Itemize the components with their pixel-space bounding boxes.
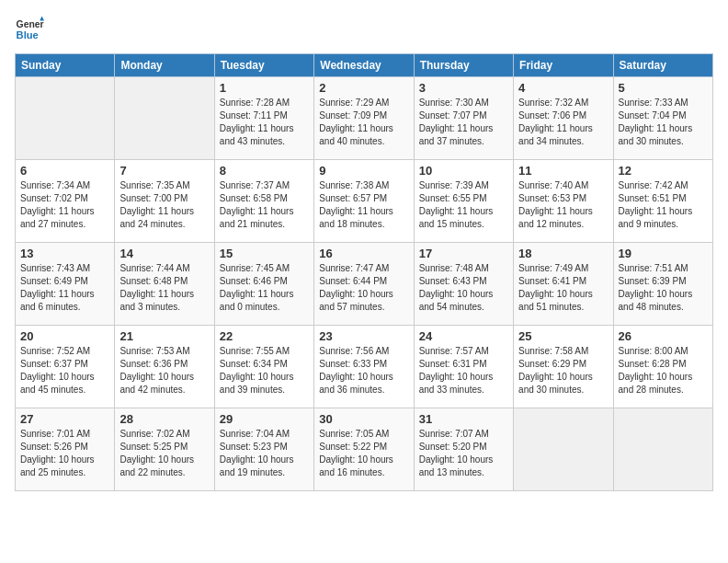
day-info: Sunrise: 7:55 AM Sunset: 6:34 PM Dayligh… [220, 345, 309, 396]
day-info: Sunrise: 7:30 AM Sunset: 7:07 PM Dayligh… [419, 97, 508, 148]
day-number: 24 [419, 329, 508, 343]
day-number: 21 [119, 329, 209, 343]
day-number: 7 [119, 164, 209, 178]
calendar-cell: 22Sunrise: 7:55 AM Sunset: 6:34 PM Dayli… [214, 326, 313, 408]
calendar-cell: 31Sunrise: 7:07 AM Sunset: 5:20 PM Dayli… [414, 408, 513, 491]
calendar-cell [514, 408, 613, 491]
calendar-cell: 6Sunrise: 7:34 AM Sunset: 7:02 PM Daylig… [16, 160, 115, 243]
calendar-cell [16, 77, 115, 160]
svg-text:General: General [17, 19, 44, 29]
day-info: Sunrise: 7:32 AM Sunset: 7:06 PM Dayligh… [518, 97, 608, 148]
calendar-cell: 10Sunrise: 7:39 AM Sunset: 6:55 PM Dayli… [414, 160, 513, 243]
day-number: 16 [319, 247, 408, 260]
day-number: 25 [518, 329, 608, 343]
calendar-cell: 29Sunrise: 7:04 AM Sunset: 5:23 PM Dayli… [214, 408, 313, 491]
day-info: Sunrise: 7:49 AM Sunset: 6:41 PM Dayligh… [518, 262, 608, 314]
weekday-header-sunday: Sunday [16, 54, 115, 77]
day-number: 6 [20, 164, 109, 178]
day-number: 2 [319, 81, 408, 95]
weekday-header-saturday: Saturday [613, 54, 712, 77]
day-number: 27 [20, 412, 109, 426]
day-number: 23 [319, 329, 408, 343]
calendar-cell: 30Sunrise: 7:05 AM Sunset: 5:22 PM Dayli… [314, 408, 414, 491]
day-info: Sunrise: 7:29 AM Sunset: 7:09 PM Dayligh… [319, 97, 408, 148]
weekday-header-friday: Friday [514, 54, 613, 77]
calendar-cell: 5Sunrise: 7:33 AM Sunset: 7:04 PM Daylig… [613, 77, 712, 160]
day-info: Sunrise: 7:40 AM Sunset: 6:53 PM Dayligh… [518, 179, 608, 231]
day-number: 12 [619, 164, 708, 178]
calendar-cell: 27Sunrise: 7:01 AM Sunset: 5:26 PM Dayli… [16, 408, 115, 491]
day-number: 18 [518, 247, 608, 260]
calendar-cell: 15Sunrise: 7:45 AM Sunset: 6:46 PM Dayli… [214, 243, 313, 326]
day-info: Sunrise: 7:52 AM Sunset: 6:37 PM Dayligh… [20, 345, 109, 396]
day-info: Sunrise: 7:44 AM Sunset: 6:48 PM Dayligh… [119, 262, 209, 314]
logo: General Blue [15, 15, 44, 44]
day-number: 26 [619, 329, 708, 343]
day-number: 4 [518, 81, 608, 95]
calendar-cell: 12Sunrise: 7:42 AM Sunset: 6:51 PM Dayli… [613, 160, 712, 243]
day-number: 29 [220, 412, 309, 426]
day-info: Sunrise: 7:58 AM Sunset: 6:29 PM Dayligh… [518, 345, 608, 396]
calendar-cell: 26Sunrise: 8:00 AM Sunset: 6:28 PM Dayli… [613, 326, 712, 408]
calendar-cell: 4Sunrise: 7:32 AM Sunset: 7:06 PM Daylig… [514, 77, 613, 160]
day-number: 1 [220, 81, 309, 95]
day-info: Sunrise: 7:39 AM Sunset: 6:55 PM Dayligh… [419, 179, 508, 231]
day-info: Sunrise: 7:47 AM Sunset: 6:44 PM Dayligh… [319, 262, 408, 314]
day-number: 17 [419, 247, 508, 260]
day-info: Sunrise: 8:00 AM Sunset: 6:28 PM Dayligh… [619, 345, 708, 396]
day-number: 10 [419, 164, 508, 178]
day-number: 5 [619, 81, 708, 95]
calendar-cell: 28Sunrise: 7:02 AM Sunset: 5:25 PM Dayli… [115, 408, 214, 491]
day-info: Sunrise: 7:04 AM Sunset: 5:23 PM Dayligh… [220, 428, 309, 479]
day-number: 28 [119, 412, 209, 426]
day-info: Sunrise: 7:35 AM Sunset: 7:00 PM Dayligh… [119, 179, 209, 231]
day-number: 22 [220, 329, 309, 343]
weekday-header-thursday: Thursday [414, 54, 513, 77]
calendar-cell [613, 408, 712, 491]
day-number: 30 [319, 412, 408, 426]
calendar-cell: 2Sunrise: 7:29 AM Sunset: 7:09 PM Daylig… [314, 77, 414, 160]
day-info: Sunrise: 7:37 AM Sunset: 6:58 PM Dayligh… [220, 179, 309, 231]
calendar-table: SundayMondayTuesdayWednesdayThursdayFrid… [15, 53, 713, 491]
calendar-cell: 23Sunrise: 7:56 AM Sunset: 6:33 PM Dayli… [314, 326, 414, 408]
day-info: Sunrise: 7:02 AM Sunset: 5:25 PM Dayligh… [119, 428, 209, 479]
calendar-cell: 14Sunrise: 7:44 AM Sunset: 6:48 PM Dayli… [115, 243, 214, 326]
day-number: 31 [419, 412, 508, 426]
day-info: Sunrise: 7:28 AM Sunset: 7:11 PM Dayligh… [220, 97, 309, 148]
logo-icon: General Blue [15, 15, 44, 44]
svg-text:Blue: Blue [17, 29, 39, 40]
calendar-cell: 9Sunrise: 7:38 AM Sunset: 6:57 PM Daylig… [314, 160, 414, 243]
day-info: Sunrise: 7:53 AM Sunset: 6:36 PM Dayligh… [119, 345, 209, 396]
calendar-cell: 13Sunrise: 7:43 AM Sunset: 6:49 PM Dayli… [16, 243, 115, 326]
calendar-cell: 7Sunrise: 7:35 AM Sunset: 7:00 PM Daylig… [115, 160, 214, 243]
day-info: Sunrise: 7:01 AM Sunset: 5:26 PM Dayligh… [20, 428, 109, 479]
day-info: Sunrise: 7:34 AM Sunset: 7:02 PM Dayligh… [20, 179, 109, 231]
day-number: 15 [220, 247, 309, 260]
weekday-header-wednesday: Wednesday [314, 54, 414, 77]
day-number: 3 [419, 81, 508, 95]
calendar-cell: 8Sunrise: 7:37 AM Sunset: 6:58 PM Daylig… [214, 160, 313, 243]
day-info: Sunrise: 7:57 AM Sunset: 6:31 PM Dayligh… [419, 345, 508, 396]
calendar-cell: 1Sunrise: 7:28 AM Sunset: 7:11 PM Daylig… [214, 77, 313, 160]
calendar-cell: 20Sunrise: 7:52 AM Sunset: 6:37 PM Dayli… [16, 326, 115, 408]
calendar-cell: 21Sunrise: 7:53 AM Sunset: 6:36 PM Dayli… [115, 326, 214, 408]
day-number: 19 [619, 247, 708, 260]
day-number: 9 [319, 164, 408, 178]
calendar-cell: 18Sunrise: 7:49 AM Sunset: 6:41 PM Dayli… [514, 243, 613, 326]
page-header: General Blue [15, 15, 713, 44]
day-info: Sunrise: 7:05 AM Sunset: 5:22 PM Dayligh… [319, 428, 408, 479]
calendar-cell: 3Sunrise: 7:30 AM Sunset: 7:07 PM Daylig… [414, 77, 513, 160]
day-info: Sunrise: 7:45 AM Sunset: 6:46 PM Dayligh… [220, 262, 309, 314]
svg-marker-2 [40, 17, 44, 21]
calendar-cell: 11Sunrise: 7:40 AM Sunset: 6:53 PM Dayli… [514, 160, 613, 243]
weekday-header-monday: Monday [115, 54, 214, 77]
calendar-cell [115, 77, 214, 160]
day-number: 11 [518, 164, 608, 178]
calendar-cell: 24Sunrise: 7:57 AM Sunset: 6:31 PM Dayli… [414, 326, 513, 408]
day-number: 14 [119, 247, 209, 260]
day-info: Sunrise: 7:48 AM Sunset: 6:43 PM Dayligh… [419, 262, 508, 314]
day-number: 13 [20, 247, 109, 260]
day-info: Sunrise: 7:33 AM Sunset: 7:04 PM Dayligh… [619, 97, 708, 148]
day-info: Sunrise: 7:42 AM Sunset: 6:51 PM Dayligh… [619, 179, 708, 231]
day-info: Sunrise: 7:07 AM Sunset: 5:20 PM Dayligh… [419, 428, 508, 479]
